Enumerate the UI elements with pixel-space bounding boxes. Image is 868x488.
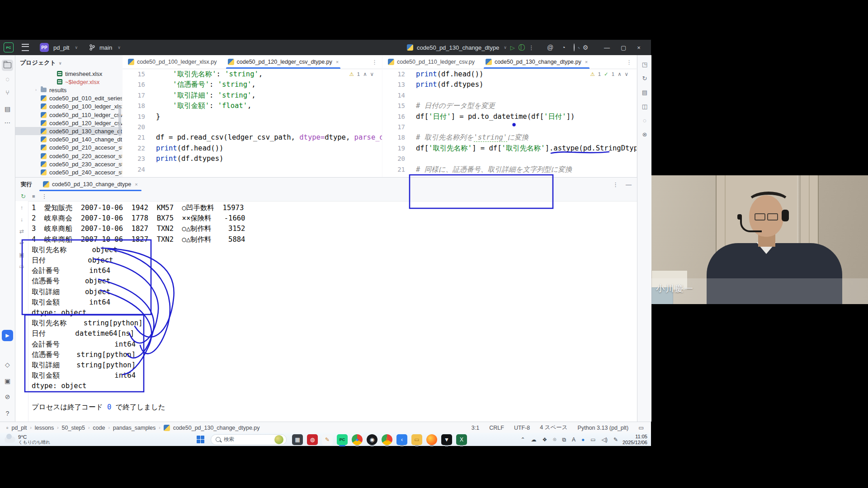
- console-line[interactable]: 日付 datetime64[ns]: [32, 328, 635, 339]
- close-icon[interactable]: ×: [336, 59, 339, 65]
- console-line[interactable]: 信憑番号 object: [32, 276, 635, 286]
- code-line[interactable]: 14: [382, 90, 637, 101]
- more-tool-windows-icon[interactable]: ⋯: [2, 117, 13, 128]
- code-line[interactable]: 18 '取引金額': 'float',: [123, 101, 382, 111]
- code-line[interactable]: 18# 取引先名称列を'string'に変換: [382, 132, 637, 143]
- minimize-button[interactable]: —: [604, 44, 610, 51]
- project-tree-item[interactable]: ~$ledger.xlsx: [15, 78, 122, 86]
- code-line[interactable]: 17 '取引詳細': 'string',: [123, 90, 382, 101]
- console-line[interactable]: 取引金額 int64: [32, 297, 635, 308]
- breadcrumb-item[interactable]: lessons: [35, 425, 54, 431]
- chrome-app-icon[interactable]: ●: [352, 434, 363, 445]
- console-line[interactable]: 3 岐阜商船 2007-10-06 1827 TXN2 ○△制作料 3152: [32, 224, 635, 234]
- structure-icon[interactable]: ▤: [2, 103, 13, 114]
- project-panel-header[interactable]: プロジェクト ∨: [15, 55, 122, 70]
- hidden-icons-chevron[interactable]: ⌃: [520, 436, 525, 443]
- pen-icon[interactable]: ✎: [613, 436, 618, 443]
- settings-icon[interactable]: ⚙: [583, 44, 589, 51]
- console-exit-line[interactable]: プロセスは終了コード 0 で終了しました: [32, 402, 635, 413]
- project-tree-item[interactable]: code50_pd_010_edit_series.py: [15, 94, 122, 103]
- snip-icon[interactable]: ⧉: [562, 436, 566, 443]
- explorer-app-icon[interactable]: ▭: [411, 434, 422, 445]
- console-line[interactable]: 会計番号 int64: [32, 266, 635, 276]
- project-tree-item[interactable]: timesheet.xlsx: [15, 70, 122, 78]
- debug-button[interactable]: [519, 44, 525, 51]
- code-line[interactable]: 13print(df.dtypes): [382, 80, 637, 90]
- console-line[interactable]: 2 岐阜商会 2007-10-06 1778 BX75 ××保険料 -1660: [32, 213, 635, 224]
- branch-name[interactable]: main: [99, 44, 112, 51]
- console-line[interactable]: 日付 object: [32, 255, 635, 266]
- vscode-app-icon[interactable]: ‹: [396, 434, 407, 445]
- start-button[interactable]: [197, 436, 204, 443]
- breadcrumb-item[interactable]: code50_pd_130_change_dtype.py: [173, 425, 260, 431]
- file-encoding[interactable]: UTF-8: [514, 425, 530, 431]
- firefox-app-icon[interactable]: [426, 434, 437, 445]
- project-badge[interactable]: PP: [40, 43, 49, 52]
- project-tree-item[interactable]: code50_pd_130_change_dtype.py: [15, 127, 122, 135]
- editor-tab[interactable]: code50_pd_120_ledger_csv_dtype.py×: [222, 55, 344, 69]
- project-scrollbar[interactable]: [118, 107, 121, 136]
- photo-app-icon[interactable]: ▦: [292, 434, 303, 445]
- project-tree-item[interactable]: code50_pd_230_accesor_str_strip.py: [15, 160, 122, 168]
- breadcrumb-item[interactable]: 50_step5: [62, 425, 85, 431]
- console-line[interactable]: 取引詳細 string[python]: [32, 360, 635, 371]
- funnel-app-icon[interactable]: ▼: [441, 434, 452, 445]
- console-line[interactable]: 取引先名称 string[python]: [32, 318, 635, 328]
- ai-assistant-icon[interactable]: ◌: [640, 116, 649, 125]
- weather-widget[interactable]: 9°C くもりのち晴れ: [0, 435, 81, 445]
- project-tree-item[interactable]: code50_pd_220_accesor_str_upper.py: [15, 152, 122, 160]
- run-tool-window-icon[interactable]: ▶: [2, 330, 13, 341]
- user-icon[interactable]: ◔: [561, 44, 565, 51]
- code-line[interactable]: 16df['日付'] = pd.to_datetime(df['日付']): [382, 112, 637, 122]
- code-line[interactable]: 20: [123, 122, 382, 132]
- console-line[interactable]: 取引先名称 object: [32, 245, 635, 255]
- services-icon[interactable]: ◇: [2, 359, 13, 370]
- indent-setting[interactable]: 4 スペース: [540, 424, 567, 432]
- chrome-k-app-icon[interactable]: k: [382, 434, 392, 445]
- cortana-icon[interactable]: ●: [581, 436, 585, 443]
- dropbox-icon[interactable]: ❖: [542, 436, 547, 443]
- rerun-icon[interactable]: ↻: [21, 193, 26, 200]
- scroll-to-end-icon[interactable]: ↩: [18, 239, 26, 247]
- project-folder-icon[interactable]: [2, 60, 13, 71]
- clear-icon[interactable]: ▭: [18, 263, 26, 271]
- project-tree-item[interactable]: code50_pd_110_ledger_csv.py: [15, 111, 122, 119]
- close-icon[interactable]: ×: [585, 59, 588, 65]
- code-line[interactable]: 19df['取引先名称'] = df['取引先名称'].astype(pd.St…: [382, 143, 637, 154]
- commit-icon[interactable]: ◌: [2, 73, 13, 84]
- problems-icon[interactable]: ⊘: [2, 391, 13, 402]
- python-interpreter[interactable]: Python 3.13 (pd_plt): [578, 425, 629, 431]
- console-options-icon[interactable]: ⋮: [42, 193, 47, 200]
- editor-tab[interactable]: code50_pd_110_ledger_csv.py: [382, 55, 480, 69]
- code-line[interactable]: 20: [382, 154, 637, 164]
- ime-a-icon[interactable]: A: [572, 436, 576, 443]
- stop-icon[interactable]: ■: [32, 193, 35, 199]
- project-tree-item[interactable]: code50_pd_140_change_dtype_timedelta.py: [15, 136, 122, 144]
- project-tree-item[interactable]: code50_pd_240_accesor_str_replace.py: [15, 168, 122, 176]
- run-configuration[interactable]: code50_pd_130_change_dtype: [417, 44, 499, 51]
- code-line[interactable]: 19}: [123, 112, 382, 122]
- console-line[interactable]: 信憑番号 string[python]: [32, 350, 635, 360]
- breadcrumb-item[interactable]: code: [93, 425, 105, 431]
- maximize-button[interactable]: ▢: [621, 44, 626, 51]
- editor-tab[interactable]: code50_pd_130_change_dtype.py×: [480, 55, 593, 69]
- screen-reader-icon[interactable]: ▭: [638, 424, 644, 431]
- code-line[interactable]: 16 '信憑番号': 'string',: [123, 80, 382, 90]
- tab-options-icon[interactable]: ⋮: [626, 59, 637, 66]
- line-ending[interactable]: CRLF: [489, 425, 504, 431]
- project-tree-item[interactable]: code50_pd_210_accesor_str_lower.py: [15, 144, 122, 152]
- main-menu-icon[interactable]: [22, 44, 29, 51]
- close-button[interactable]: ×: [637, 44, 641, 51]
- console-line[interactable]: 4 岐阜商船 2007-10-06 1827 TXN2 ○△制作料 5884: [32, 235, 635, 245]
- lock-app-icon[interactable]: ◉: [367, 434, 377, 445]
- console-line[interactable]: 1 愛知販売 2007-10-06 1942 KM57 ○凹手数料 15973: [32, 203, 635, 213]
- database-icon[interactable]: ▤: [640, 88, 649, 97]
- pycharm-app-icon[interactable]: PC: [337, 434, 348, 445]
- project-tree-item[interactable]: code50_pd_120_ledger_csv_dtype.py: [15, 119, 122, 127]
- caret-position[interactable]: 3:1: [472, 425, 479, 431]
- inspection-badge[interactable]: ⚠1 ✓1 ∧∨: [588, 70, 630, 78]
- console-line[interactable]: dtype: object: [32, 308, 635, 318]
- code-line[interactable]: 24: [123, 164, 382, 175]
- project-tree-item[interactable]: ›results: [15, 86, 122, 94]
- more-actions-icon[interactable]: ⋮: [528, 44, 534, 51]
